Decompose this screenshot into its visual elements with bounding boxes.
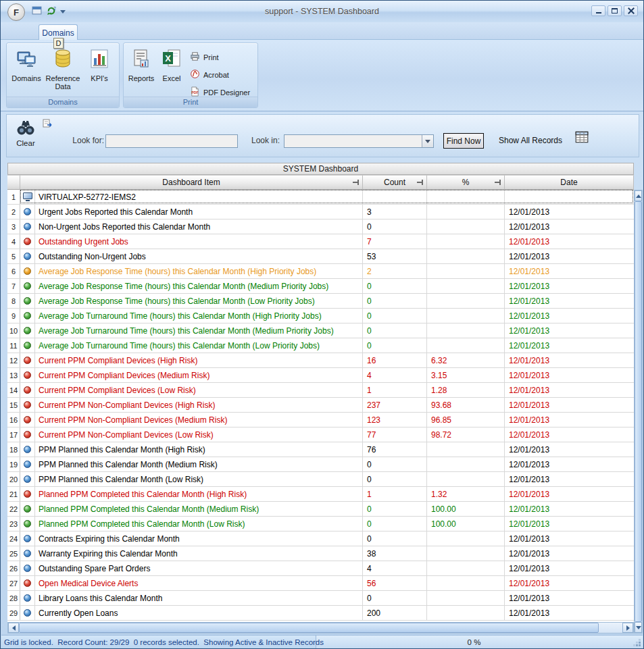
- row-number: 10: [7, 323, 20, 338]
- date-cell: 12/01/2013: [505, 591, 634, 605]
- table-row[interactable]: 20PPM Planned this Calendar Month (Low R…: [7, 472, 634, 487]
- table-row[interactable]: 29Currently Open Loans20012/01/2013: [7, 606, 634, 621]
- show-grid-button[interactable]: [573, 130, 591, 147]
- dashboard-item-cell: Current PPM Non-Compliant Devices (Mediu…: [35, 413, 363, 427]
- date-cell: 12/01/2013: [505, 517, 634, 531]
- percent-cell: 1.32: [427, 487, 505, 501]
- count-cell: 0: [363, 279, 427, 293]
- maximize-button[interactable]: [608, 5, 622, 16]
- count-cell: 0: [363, 338, 427, 353]
- table-row[interactable]: 5Outstanding Non-Urgent Jobs5312/01/2013: [7, 249, 634, 264]
- globe-icon: [24, 238, 31, 245]
- column-header-count[interactable]: Count: [363, 175, 427, 190]
- table-row[interactable]: 14Current PPM Compliant Devices (Low Ris…: [7, 383, 634, 398]
- row-icon-cell: [20, 546, 35, 561]
- table-row[interactable]: 9Average Job Turnaround Time (hours) thi…: [7, 309, 634, 323]
- horizontal-scrollbar[interactable]: [7, 622, 634, 633]
- column-header-row: Dashboard Item Count % Date: [7, 175, 634, 190]
- date-cell: 12/01/2013: [505, 309, 634, 323]
- close-button[interactable]: [624, 5, 638, 16]
- row-number: 7: [7, 279, 20, 293]
- table-row[interactable]: 25Warranty Expiring this Calendar Month3…: [7, 546, 634, 561]
- field-chooser-icon[interactable]: [42, 118, 53, 131]
- look-in-dropdown[interactable]: [284, 134, 434, 148]
- look-for-input[interactable]: [105, 134, 238, 148]
- vertical-scrollbar[interactable]: [634, 190, 643, 633]
- row-icon-cell: [20, 606, 35, 620]
- table-row[interactable]: 15Current PPM Non-Compliant Devices (Hig…: [7, 398, 634, 413]
- count-cell: 0: [363, 294, 427, 308]
- acrobat-menu-item[interactable]: Acrobat: [190, 69, 253, 80]
- column-header-percent[interactable]: %: [427, 175, 505, 190]
- table-row[interactable]: 6Average Job Response Time (hours) this …: [7, 264, 634, 279]
- dropdown-arrow-button[interactable]: [422, 135, 433, 147]
- arrow-up-icon: [636, 194, 641, 198]
- table-row[interactable]: 23Planned PPM Completed this Calendar Mo…: [7, 517, 634, 531]
- vertical-scrollbar-thumb[interactable]: [635, 201, 642, 622]
- row-number: 15: [7, 398, 20, 412]
- scrollbar-track[interactable]: [599, 623, 622, 633]
- reports-button[interactable]: Reports: [125, 45, 157, 96]
- table-row[interactable]: 27Open Medical Device Alerts5612/01/2013: [7, 576, 634, 591]
- scroll-left-button[interactable]: [8, 623, 19, 633]
- scroll-right-button[interactable]: [622, 623, 633, 633]
- title-bar: F 2 support - SYSTEM Dashboard: [1, 1, 643, 22]
- pin-icon[interactable]: [353, 179, 360, 186]
- excel-button[interactable]: X Excel: [157, 45, 186, 96]
- window-controls: [591, 5, 638, 16]
- ribbon-group-domains: Domains Reference Data KPI's Domains: [6, 43, 120, 108]
- table-row[interactable]: 16Current PPM Non-Compliant Devices (Med…: [7, 413, 634, 427]
- pin-icon[interactable]: [417, 179, 424, 186]
- clear-button[interactable]: Clear: [9, 116, 42, 155]
- pin-icon[interactable]: [495, 179, 501, 186]
- column-header-date[interactable]: Date: [505, 175, 634, 190]
- table-row[interactable]: 7Average Job Response Time (hours) this …: [7, 279, 634, 294]
- count-cell: 38: [363, 546, 427, 561]
- table-row[interactable]: 2Urgent Jobs Reported this Calendar Mont…: [7, 205, 634, 219]
- scroll-down-button[interactable]: [635, 622, 642, 633]
- dashboard-item-cell: Currently Open Loans: [35, 606, 363, 620]
- kpis-button[interactable]: KPI's: [81, 45, 118, 96]
- reference-data-button[interactable]: Reference Data: [45, 45, 81, 96]
- globe-icon: [24, 386, 31, 394]
- find-now-button[interactable]: Find Now: [443, 133, 484, 149]
- row-icon-cell: [20, 531, 35, 546]
- table-row[interactable]: 12Current PPM Compliant Devices (High Ri…: [7, 353, 634, 368]
- ribbon-group-domains-label[interactable]: Domains: [7, 97, 119, 107]
- row-number-header[interactable]: [7, 175, 20, 190]
- domains-button[interactable]: Domains: [8, 45, 45, 96]
- horizontal-scrollbar-thumb[interactable]: [19, 623, 599, 633]
- table-row[interactable]: 21Planned PPM Completed this Calendar Mo…: [7, 487, 634, 502]
- ribbon-group-print-label[interactable]: Print: [124, 97, 257, 107]
- percent-cell: [427, 472, 505, 486]
- table-row[interactable]: 28Library Loans this Calendar Month012/0…: [7, 591, 634, 606]
- minimize-button[interactable]: [591, 5, 605, 16]
- ribbon-tab-row: Domains: [1, 22, 643, 40]
- table-row[interactable]: 18PPM Planned this Calendar Month (High …: [7, 442, 634, 457]
- table-row[interactable]: 4Outstanding Urgent Jobs712/01/2013: [7, 234, 634, 249]
- count-cell: 200: [363, 606, 427, 620]
- table-row[interactable]: 26Outstanding Spare Part Orders412/01/20…: [7, 561, 634, 576]
- scroll-up-button[interactable]: [635, 190, 642, 201]
- table-row[interactable]: 11Average Job Turnaround Time (hours) th…: [7, 338, 634, 353]
- resize-grip-icon[interactable]: [632, 635, 643, 648]
- globe-icon: [24, 312, 31, 319]
- table-row[interactable]: 8Average Job Response Time (hours) this …: [7, 294, 634, 309]
- print-menu-item[interactable]: Print: [190, 51, 253, 63]
- table-row[interactable]: 13Current PPM Compliant Devices (Medium …: [7, 368, 634, 383]
- table-row[interactable]: 17Current PPM Non-Compliant Devices (Low…: [7, 427, 634, 442]
- table-row[interactable]: 3Non-Urgent Jobs Reported this Calendar …: [7, 219, 634, 234]
- table-row[interactable]: 19PPM Planned this Calendar Month (Mediu…: [7, 457, 634, 472]
- row-number: 23: [7, 517, 20, 531]
- row-number: 19: [7, 457, 20, 471]
- row-number: 3: [7, 219, 20, 234]
- table-row[interactable]: 10Average Job Turnaround Time (hours) th…: [7, 323, 634, 338]
- globe-icon: [24, 223, 31, 230]
- table-row[interactable]: 22Planned PPM Completed this Calendar Mo…: [7, 502, 634, 517]
- date-cell: 12/01/2013: [505, 472, 634, 486]
- percent-cell: [427, 591, 505, 605]
- dashboard-item-cell: Current PPM Non-Compliant Devices (High …: [35, 398, 363, 412]
- table-row[interactable]: 24Contracts Expiring this Calendar Month…: [7, 531, 634, 546]
- column-header-item[interactable]: Dashboard Item: [20, 175, 363, 190]
- table-row[interactable]: 1VIRTUALXP-52772-IEMS2: [7, 190, 634, 205]
